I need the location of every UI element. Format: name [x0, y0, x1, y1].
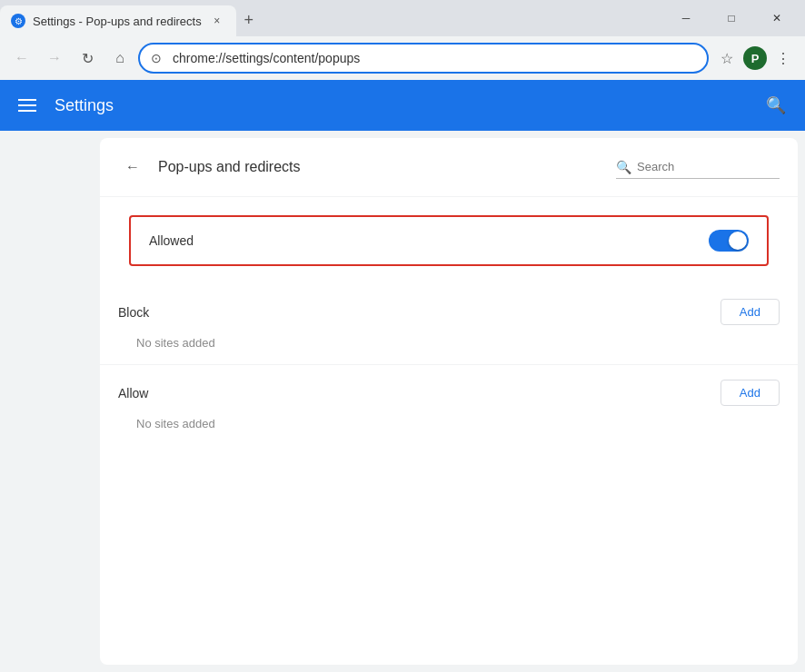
- main-content: ← Pop-ups and redirects 🔍 Allowed: [0, 131, 805, 672]
- allow-add-button[interactable]: Add: [721, 380, 780, 406]
- tab-close-button[interactable]: ×: [209, 13, 225, 29]
- allow-title: Allow: [118, 386, 148, 400]
- settings-header: Settings 🔍: [0, 80, 805, 131]
- page-header: ← Pop-ups and redirects 🔍: [100, 138, 798, 197]
- allowed-row: Allowed: [131, 217, 767, 264]
- menu-button[interactable]: ⋮: [769, 44, 798, 73]
- tab-favicon: ⚙: [11, 14, 25, 28]
- site-icon: ⊙: [151, 51, 165, 65]
- settings-title: Settings: [55, 96, 747, 115]
- search-input[interactable]: [637, 160, 773, 173]
- block-empty-text: No sites added: [118, 336, 780, 350]
- home-button[interactable]: ⌂: [105, 44, 134, 73]
- title-bar: ⚙ Settings - Pop-ups and redirects × + ─…: [0, 0, 805, 36]
- hamburger-button[interactable]: [15, 95, 40, 115]
- address-bar[interactable]: ⊙: [138, 43, 709, 74]
- settings-search-button[interactable]: 🔍: [761, 91, 790, 120]
- forward-button[interactable]: →: [40, 44, 69, 73]
- block-section: Block Add No sites added: [100, 284, 798, 364]
- sidebar: [0, 131, 100, 672]
- page-header-left: ← Pop-ups and redirects: [118, 153, 301, 182]
- block-title: Block: [118, 305, 149, 320]
- tab-strip: ⚙ Settings - Pop-ups and redirects × +: [0, 0, 658, 36]
- nav-right-icons: ☆ P ⋮: [712, 44, 798, 73]
- block-section-header: Block Add: [118, 299, 780, 325]
- maximize-button[interactable]: □: [711, 0, 752, 36]
- settings-search-box[interactable]: 🔍: [616, 156, 780, 179]
- allow-section-header: Allow Add: [118, 380, 780, 406]
- close-button[interactable]: ✕: [756, 0, 798, 36]
- content-panel: ← Pop-ups and redirects 🔍 Allowed: [100, 138, 798, 665]
- search-icon: 🔍: [616, 160, 631, 174]
- back-button[interactable]: ←: [7, 44, 36, 73]
- allowed-toggle[interactable]: [709, 230, 749, 252]
- allowed-label: Allowed: [149, 233, 194, 248]
- toggle-knob: [729, 232, 747, 250]
- block-add-button[interactable]: Add: [721, 299, 780, 325]
- minimize-button[interactable]: ─: [665, 0, 707, 36]
- allowed-section-wrapper: Allowed: [100, 197, 798, 284]
- hamburger-line-2: [18, 104, 36, 106]
- new-tab-button[interactable]: +: [236, 7, 262, 33]
- bookmark-button[interactable]: ☆: [712, 44, 741, 73]
- active-tab[interactable]: ⚙ Settings - Pop-ups and redirects ×: [0, 5, 236, 36]
- allowed-section: Allowed: [129, 215, 769, 266]
- profile-avatar[interactable]: P: [743, 46, 767, 70]
- page-title: Pop-ups and redirects: [158, 159, 301, 175]
- hamburger-line-3: [18, 110, 36, 112]
- hamburger-line-1: [18, 99, 36, 101]
- page-back-button[interactable]: ←: [118, 153, 147, 182]
- allow-section: Allow Add No sites added: [100, 364, 798, 445]
- reload-button[interactable]: ↻: [73, 44, 102, 73]
- address-input[interactable]: [173, 51, 689, 65]
- allow-empty-text: No sites added: [118, 417, 780, 430]
- nav-bar: ← → ↻ ⌂ ⊙ ☆ P ⋮: [0, 36, 805, 80]
- tab-title: Settings - Pop-ups and redirects: [33, 15, 202, 28]
- window-controls: ─ □ ✕: [658, 0, 805, 36]
